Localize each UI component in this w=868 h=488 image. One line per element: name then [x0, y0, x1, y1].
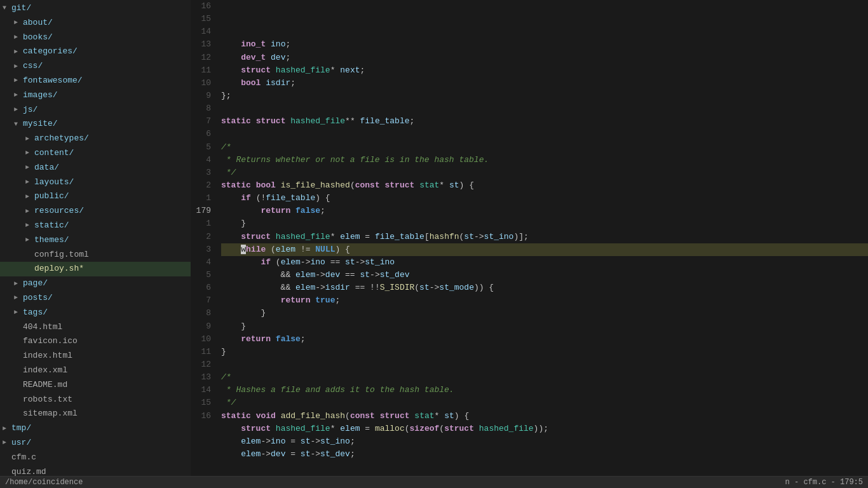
- tree-item[interactable]: index.html: [0, 349, 191, 363]
- code-line[interactable]: return false;: [221, 333, 868, 346]
- line-number: 2: [196, 179, 211, 192]
- code-line[interactable]: dev_t dev;: [221, 51, 868, 64]
- code-line[interactable]: */: [221, 166, 868, 179]
- tree-label: usr/: [11, 437, 31, 450]
- code-line[interactable]: bool isdir;: [221, 77, 868, 90]
- tree-arrow: ▼: [3, 3, 11, 13]
- code-line[interactable]: while (elem != NULL) {: [221, 243, 868, 256]
- tree-item[interactable]: ►usr/: [0, 436, 191, 451]
- code-line[interactable]: && elem->dev == st->st_dev: [221, 269, 868, 281]
- tree-item[interactable]: 404.html: [0, 320, 191, 335]
- tree-item[interactable]: robots.txt: [0, 393, 191, 407]
- code-line[interactable]: [221, 128, 868, 140]
- tree-item[interactable]: ►page/: [0, 276, 191, 291]
- code-line[interactable]: static bool is_file_hashed(const struct …: [221, 179, 868, 192]
- tree-item[interactable]: ►themes/: [0, 233, 191, 248]
- code-line[interactable]: }: [221, 346, 868, 358]
- line-number: 14: [196, 25, 211, 38]
- line-number: 7: [196, 115, 211, 128]
- code-line[interactable]: static void add_file_hash(const struct s…: [221, 410, 868, 423]
- code-line[interactable]: }: [221, 217, 868, 230]
- tree-item[interactable]: index.xml: [0, 363, 191, 378]
- tree-label: images/: [23, 89, 58, 102]
- tree-arrow: ►: [14, 32, 23, 43]
- code-line[interactable]: elem->dev = st->st_dev;: [221, 448, 868, 461]
- file-tree[interactable]: ▼git/►about/►books/►categories/►css/►fon…: [0, 0, 191, 476]
- tree-arrow: ►: [25, 163, 34, 173]
- line-number: 11: [196, 346, 211, 358]
- code-line[interactable]: static struct hashed_file** file_table;: [221, 115, 868, 128]
- code-line[interactable]: }: [221, 307, 868, 320]
- line-number: 13: [196, 371, 211, 384]
- tree-item[interactable]: ►about/: [0, 16, 191, 30]
- code-line[interactable]: return false;: [221, 205, 868, 217]
- tree-arrow: ►: [25, 177, 34, 187]
- tree-label: cfm.c: [11, 451, 36, 464]
- tree-item[interactable]: ►categories/: [0, 44, 191, 59]
- tree-item[interactable]: cfm.c: [0, 451, 191, 465]
- line-number: 16: [196, 410, 211, 423]
- code-line[interactable]: return true;: [221, 294, 868, 307]
- tree-item[interactable]: ►static/: [0, 219, 191, 233]
- tree-label: about/: [23, 17, 53, 30]
- tree-label: index.xml: [23, 364, 67, 377]
- tree-item[interactable]: ►tmp/: [0, 421, 191, 436]
- code-content[interactable]: ino_t ino; dev_t dev; struct hashed_file…: [216, 0, 868, 476]
- code-line[interactable]: };: [221, 90, 868, 102]
- line-number: 2: [196, 231, 211, 243]
- code-line[interactable]: if (!file_table) {: [221, 192, 868, 205]
- tree-item[interactable]: ►public/: [0, 189, 191, 204]
- tree-label: resources/: [34, 205, 84, 218]
- code-line[interactable]: /*: [221, 371, 868, 384]
- tree-item[interactable]: ▼git/: [0, 1, 191, 16]
- tree-label: css/: [23, 60, 43, 73]
- line-number: 6: [196, 128, 211, 140]
- tree-item[interactable]: sitemap.xml: [0, 407, 191, 421]
- tree-item[interactable]: ►data/: [0, 161, 191, 175]
- code-line[interactable]: elem->ino = st->st_ino;: [221, 435, 868, 448]
- tree-item[interactable]: ▼mysite/: [0, 117, 191, 132]
- code-line[interactable]: ino_t ino;: [221, 38, 868, 51]
- tree-arrow: ►: [25, 220, 34, 231]
- code-line[interactable]: struct hashed_file* elem = file_table[ha…: [221, 231, 868, 243]
- line-number: 16: [196, 0, 211, 13]
- tree-item[interactable]: ►content/: [0, 146, 191, 161]
- tree-item[interactable]: favicon.ico: [0, 334, 191, 349]
- tree-item[interactable]: ►archetypes/: [0, 132, 191, 146]
- tree-item[interactable]: ►fontawesome/: [0, 74, 191, 88]
- tree-item[interactable]: ►css/: [0, 59, 191, 74]
- tree-label: 404.html: [23, 321, 62, 334]
- tree-arrow: ►: [14, 62, 23, 72]
- tree-item[interactable]: deploy.sh*: [0, 262, 191, 276]
- code-line[interactable]: */: [221, 396, 868, 409]
- line-number: 11: [196, 64, 211, 77]
- tree-arrow: ►: [25, 134, 34, 144]
- tree-label: data/: [34, 161, 59, 175]
- tree-arrow: ►: [14, 293, 23, 303]
- code-line[interactable]: * Returns whether or not a file is in th…: [221, 154, 868, 166]
- tree-item[interactable]: quiz.md: [0, 465, 191, 477]
- tree-label: config.toml: [34, 248, 89, 262]
- code-line[interactable]: && elem->isdir == !!S_ISDIR(st->st_mode)…: [221, 281, 868, 294]
- code-line[interactable]: struct hashed_file* elem = malloc(sizeof…: [221, 423, 868, 435]
- code-line[interactable]: [221, 358, 868, 371]
- code-line[interactable]: * Hashes a file and adds it to the hash …: [221, 384, 868, 396]
- tree-item[interactable]: README.md: [0, 378, 191, 393]
- tree-item[interactable]: ►resources/: [0, 204, 191, 219]
- tree-label: js/: [23, 104, 37, 117]
- code-line[interactable]: [221, 102, 868, 115]
- tree-item[interactable]: ►books/: [0, 30, 191, 45]
- tree-item[interactable]: ►posts/: [0, 291, 191, 306]
- line-number: 9: [196, 90, 211, 102]
- line-number: 1: [196, 217, 211, 230]
- code-line[interactable]: }: [221, 320, 868, 333]
- code-line[interactable]: if (elem->ino == st->st_ino: [221, 256, 868, 269]
- tree-item[interactable]: ►images/: [0, 88, 191, 103]
- tree-item[interactable]: ►tags/: [0, 306, 191, 320]
- line-number: 15: [196, 13, 211, 25]
- tree-item[interactable]: config.toml: [0, 248, 191, 262]
- code-line[interactable]: /*: [221, 141, 868, 154]
- code-line[interactable]: struct hashed_file* next;: [221, 64, 868, 77]
- tree-item[interactable]: ►layouts/: [0, 175, 191, 190]
- tree-item[interactable]: ►js/: [0, 103, 191, 118]
